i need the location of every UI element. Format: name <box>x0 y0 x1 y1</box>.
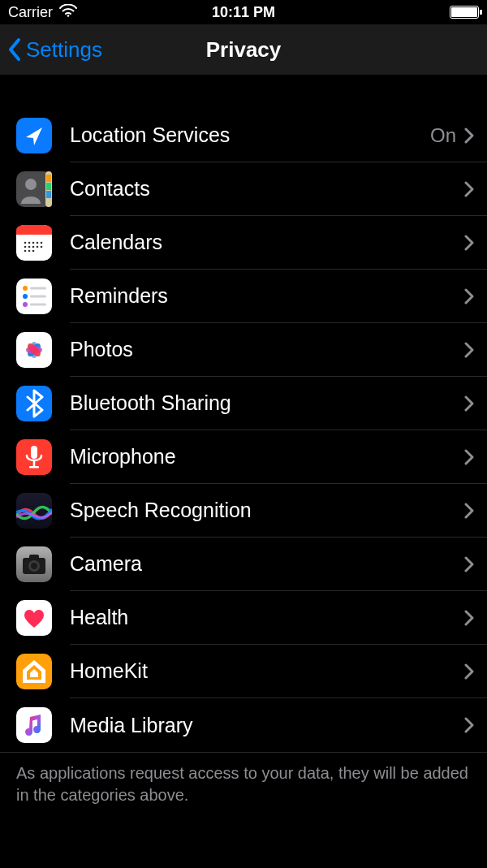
row-value: On <box>430 124 456 147</box>
section-footer: As applications request access to your d… <box>0 752 487 816</box>
chevron-right-icon <box>464 127 474 144</box>
row-microphone[interactable]: Microphone <box>0 430 487 484</box>
status-time: 10:11 PM <box>0 4 487 21</box>
svg-rect-28 <box>30 296 46 298</box>
row-label: Calendars <box>70 231 464 254</box>
row-label: Health <box>70 606 464 629</box>
svg-point-50 <box>31 563 37 569</box>
row-health[interactable]: Health <box>0 591 487 645</box>
svg-point-29 <box>23 302 28 307</box>
svg-point-25 <box>23 286 28 291</box>
row-photos[interactable]: Photos <box>0 323 487 377</box>
row-label: Camera <box>70 552 464 576</box>
svg-point-13 <box>32 242 35 244</box>
svg-point-22 <box>28 250 31 253</box>
svg-rect-42 <box>31 446 37 459</box>
svg-point-15 <box>41 242 43 244</box>
chevron-right-icon <box>464 395 474 412</box>
svg-rect-53 <box>16 707 52 743</box>
chevron-right-icon <box>464 503 474 519</box>
reminders-icon <box>16 279 52 314</box>
row-label: Media Library <box>70 714 464 737</box>
svg-point-23 <box>32 250 35 253</box>
svg-point-19 <box>37 246 39 248</box>
svg-rect-30 <box>30 304 46 306</box>
svg-point-21 <box>24 250 27 253</box>
svg-point-27 <box>23 294 28 299</box>
row-bluetooth-sharing[interactable]: Bluetooth Sharing <box>0 377 487 430</box>
row-camera[interactable]: Camera <box>0 538 487 591</box>
svg-rect-43 <box>33 461 36 466</box>
svg-rect-4 <box>46 175 51 182</box>
svg-point-14 <box>37 242 39 244</box>
svg-point-12 <box>28 242 31 244</box>
microphone-icon <box>16 439 52 475</box>
svg-point-16 <box>24 246 27 248</box>
chevron-right-icon <box>464 610 474 626</box>
chevron-right-icon <box>464 717 474 733</box>
back-label: Settings <box>26 37 102 63</box>
health-icon <box>16 600 52 636</box>
chevron-right-icon <box>464 181 474 197</box>
svg-rect-10 <box>16 231 52 235</box>
row-location-services[interactable]: Location Services On <box>0 109 487 162</box>
svg-rect-6 <box>46 191 51 198</box>
back-button[interactable]: Settings <box>0 37 102 63</box>
chevron-right-icon <box>464 556 474 572</box>
photos-icon <box>16 332 52 368</box>
status-right <box>450 6 479 19</box>
chevron-right-icon <box>464 449 474 465</box>
row-label: Microphone <box>70 445 464 469</box>
svg-point-11 <box>24 242 27 244</box>
row-reminders[interactable]: Reminders <box>0 270 487 323</box>
siri-icon <box>16 493 52 529</box>
camera-icon <box>16 546 52 582</box>
chevron-right-icon <box>464 288 474 304</box>
chevron-right-icon <box>464 663 474 680</box>
row-label: Photos <box>70 338 464 361</box>
row-label: Contacts <box>70 177 464 201</box>
contacts-icon <box>16 171 52 207</box>
chevron-left-icon <box>6 37 24 63</box>
location-arrow-icon <box>16 118 52 153</box>
svg-point-7 <box>25 179 37 190</box>
svg-point-20 <box>41 246 43 248</box>
status-bar: Carrier 10:11 PM <box>0 0 487 24</box>
chevron-right-icon <box>464 342 474 358</box>
svg-rect-5 <box>46 183 51 190</box>
row-homekit[interactable]: HomeKit <box>0 645 487 698</box>
row-label: Reminders <box>70 284 464 308</box>
svg-rect-26 <box>30 287 46 290</box>
section-spacer <box>0 75 487 109</box>
home-icon <box>16 654 52 689</box>
row-label: Speech Recognition <box>70 499 464 522</box>
chevron-right-icon <box>464 235 474 251</box>
nav-bar: Settings Privacy <box>0 24 487 75</box>
row-calendars[interactable]: Calendars <box>0 216 487 270</box>
calendar-icon <box>16 225 52 261</box>
privacy-list: Location Services On Contacts Calendars <box>0 109 487 752</box>
row-contacts[interactable]: Contacts <box>0 162 487 216</box>
row-label: Location Services <box>70 123 430 147</box>
bluetooth-icon <box>16 386 52 421</box>
svg-point-17 <box>28 246 31 248</box>
svg-rect-48 <box>29 555 39 559</box>
battery-icon <box>450 6 479 19</box>
row-speech-recognition[interactable]: Speech Recognition <box>0 484 487 538</box>
music-icon <box>16 707 52 743</box>
svg-point-18 <box>32 246 35 248</box>
row-label: HomeKit <box>70 659 464 683</box>
svg-rect-44 <box>29 466 39 469</box>
row-label: Bluetooth Sharing <box>70 391 464 415</box>
row-media-library[interactable]: Media Library <box>0 698 487 752</box>
